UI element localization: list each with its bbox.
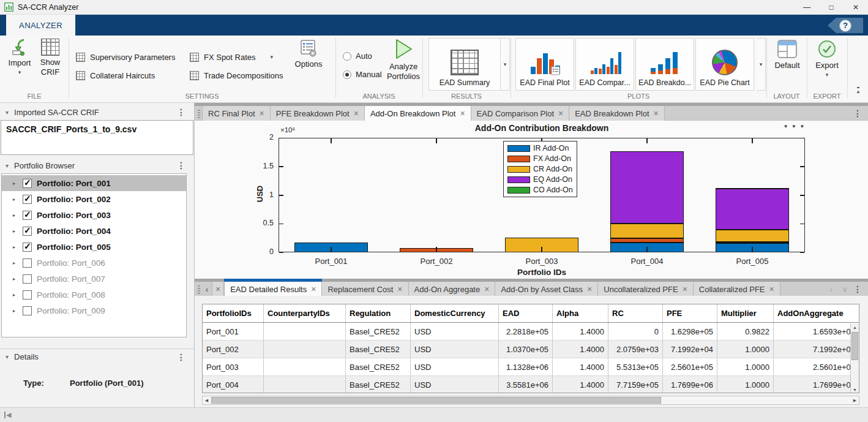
portfolio-checkbox[interactable] (23, 290, 32, 300)
close-icon[interactable]: × (311, 285, 316, 293)
imported-crif-panel-header[interactable]: ▾ Imported SA-CCR CRIF ⋮ (0, 104, 194, 120)
ead-breakdown-plot-button[interactable]: EAD Breakdo... (635, 38, 694, 91)
expand-caret-icon[interactable]: ▸ (13, 292, 20, 298)
minimize-button[interactable]: — (795, 0, 819, 15)
scroll-left-arrow-icon[interactable]: ◀ (203, 398, 211, 403)
table-cell[interactable]: 1.6298e+05 (663, 323, 717, 340)
expand-caret-icon[interactable]: ▸ (13, 276, 20, 282)
table-cell[interactable]: 7.1992e+04 (663, 341, 717, 358)
analyze-portfolios-button[interactable]: Analyze Portfolios (384, 38, 422, 81)
column-header-alpha[interactable]: Alpha (553, 304, 608, 322)
ead-summary-button[interactable]: EAD Summary (428, 38, 501, 91)
expand-caret-icon[interactable]: ▸ (13, 213, 20, 218)
panel-menu-icon[interactable]: ⋮ (177, 160, 185, 170)
close-icon[interactable]: × (683, 285, 687, 293)
plot-tab-rc-final-plot[interactable]: RC Final Plot× (202, 106, 271, 121)
close-icon[interactable]: × (587, 285, 592, 293)
horizontal-scroll-thumb[interactable] (211, 397, 661, 404)
table-cell[interactable]: 1.4000 (553, 323, 608, 340)
plot-tab-ead-comparison-plot[interactable]: EAD Comparison Plot× (471, 106, 570, 121)
table-cell[interactable]: 1.7699e+06 (663, 376, 717, 393)
fx-spot-rates-button[interactable]: FX Spot Rates ▾ (190, 50, 273, 64)
column-header-pfe[interactable]: PFE (663, 304, 717, 322)
options-button[interactable]: Options (291, 39, 326, 69)
show-crif-button[interactable]: Show CRIF (36, 39, 65, 77)
plot-tabbar-menu-icon[interactable]: ⋮ (853, 108, 862, 118)
portfolio-item-port-008[interactable]: ▸Portfolio: Port_008 (2, 287, 186, 303)
panel-menu-icon[interactable]: ⋮ (177, 107, 185, 117)
result-tab-add-on-aggregate[interactable]: Add-On Aggregate× (409, 282, 496, 296)
panel-menu-icon[interactable]: ⋮ (177, 352, 185, 362)
plots-dropdown-button[interactable]: ▾ (757, 38, 766, 91)
collapse-ribbon-button[interactable]: ▴ (852, 87, 864, 96)
expand-caret-icon[interactable]: ▸ (13, 228, 20, 234)
table-cell[interactable]: 5.5313e+05 (608, 358, 663, 375)
expand-caret-icon[interactable]: ▸ (13, 181, 20, 186)
portfolio-checkbox[interactable] (23, 227, 32, 236)
close-icon[interactable]: × (484, 285, 489, 293)
manual-radio[interactable]: Manual (343, 70, 382, 79)
portfolio-checkbox[interactable] (23, 274, 32, 284)
table-row-port-001[interactable]: Port_001Basel_CRE52USD2.2818e+051.400001… (203, 323, 859, 341)
portfolio-item-port-003[interactable]: ▸Portfolio: Port_003 (2, 207, 186, 223)
table-cell[interactable]: Port_004 (203, 376, 264, 393)
table-cell[interactable]: 2.0759e+03 (608, 341, 663, 358)
expand-caret-icon[interactable]: ▸ (13, 244, 20, 250)
import-button[interactable]: Import ▾ (5, 38, 34, 75)
result-tab-ead-detailed-results[interactable]: EAD Detailed Results× (224, 282, 322, 296)
axes-toolbar-icon[interactable]: • • • (782, 121, 807, 131)
portfolio-item-port-001[interactable]: ▸Portfolio: Port_001 (2, 175, 186, 191)
column-header-rc[interactable]: RC (608, 304, 663, 322)
close-icon[interactable]: × (654, 109, 659, 118)
ead-pie-chart-button[interactable]: EAD Pie Chart (695, 38, 754, 91)
table-row-port-004[interactable]: Port_004Basel_CRE52USD3.5581e+061.40007.… (203, 376, 859, 393)
panel-collapse-icon[interactable]: ▾ (6, 353, 9, 360)
portfolio-item-port-007[interactable]: ▸Portfolio: Port_007 (2, 271, 186, 287)
ead-final-plot-button[interactable]: EAD Final Plot (515, 38, 574, 91)
table-cell[interactable]: Basel_CRE52 (346, 341, 411, 358)
column-header-domesticcurrency[interactable]: DomesticCurrency (411, 304, 499, 322)
scroll-tabs-right-icon[interactable]: › (826, 285, 836, 294)
tab-analyzer[interactable]: ANALYZER (6, 15, 75, 36)
table-cell[interactable]: 1.6593e+05 (774, 323, 859, 340)
panel-collapse-icon[interactable]: ▾ (6, 109, 9, 116)
expand-caret-icon[interactable]: ▸ (13, 308, 20, 314)
vertical-scrollbar[interactable]: ▲▼ (850, 323, 859, 393)
maximize-button[interactable]: □ (819, 0, 844, 15)
table-cell[interactable]: 1.1328e+06 (499, 358, 553, 375)
supervisory-parameters-button[interactable]: Supervisory Parameters (76, 50, 175, 64)
expand-caret-icon[interactable]: ▸ (13, 260, 20, 266)
tab-list-dropdown-icon[interactable]: ∨ (840, 285, 850, 294)
table-cell[interactable]: Port_002 (203, 341, 264, 358)
result-tab-uncollateralized-pfe[interactable]: Uncollateralized PFE× (598, 282, 694, 296)
table-cell[interactable]: 2.2818e+05 (499, 323, 553, 340)
table-cell[interactable]: 2.5601e+05 (774, 358, 859, 375)
table-cell[interactable]: 3.5581e+06 (499, 376, 553, 393)
table-cell[interactable]: 7.7159e+05 (608, 376, 663, 393)
table-row-port-003[interactable]: Port_003Basel_CRE52USD1.1328e+061.40005.… (203, 358, 859, 376)
table-tabbar-menu-icon[interactable]: ⋮ (853, 284, 862, 294)
trade-decompositions-button[interactable]: Trade Decompositions (190, 69, 283, 82)
portfolio-item-port-006[interactable]: ▸Portfolio: Port_006 (2, 255, 186, 271)
portfolio-checkbox[interactable] (23, 211, 32, 220)
plot-tab-pfe-breakdown-plot[interactable]: PFE Breakdown Plot× (271, 106, 365, 121)
details-panel-header[interactable]: ▾ Details ⋮ (0, 349, 194, 364)
horizontal-scrollbar[interactable]: ◀ ▶ (202, 396, 859, 405)
panel-collapse-icon[interactable]: ▾ (6, 162, 9, 169)
result-tab-collateralized-pfe[interactable]: Collateralized PFE× (694, 282, 780, 296)
table-cell[interactable]: 0 (608, 323, 663, 340)
close-icon[interactable]: × (354, 109, 359, 118)
table-cell[interactable]: 2.5601e+05 (663, 358, 717, 375)
table-cell[interactable]: 1.4000 (553, 341, 608, 358)
tabbar-grip-icon[interactable] (196, 284, 201, 294)
table-cell[interactable]: 1.0000 (717, 376, 774, 393)
table-cell[interactable] (264, 323, 346, 340)
close-icon[interactable]: × (397, 285, 402, 293)
default-layout-button[interactable]: Default (769, 39, 806, 70)
close-icon[interactable]: × (558, 109, 563, 118)
table-cell[interactable] (264, 341, 346, 358)
help-button[interactable]: ? (828, 18, 863, 33)
scroll-down-arrow-icon[interactable]: ▼ (851, 386, 859, 393)
table-cell[interactable]: 1.4000 (553, 358, 608, 375)
portfolio-browser-panel-header[interactable]: ▾ Portfolio Browser ⋮ (0, 157, 194, 173)
